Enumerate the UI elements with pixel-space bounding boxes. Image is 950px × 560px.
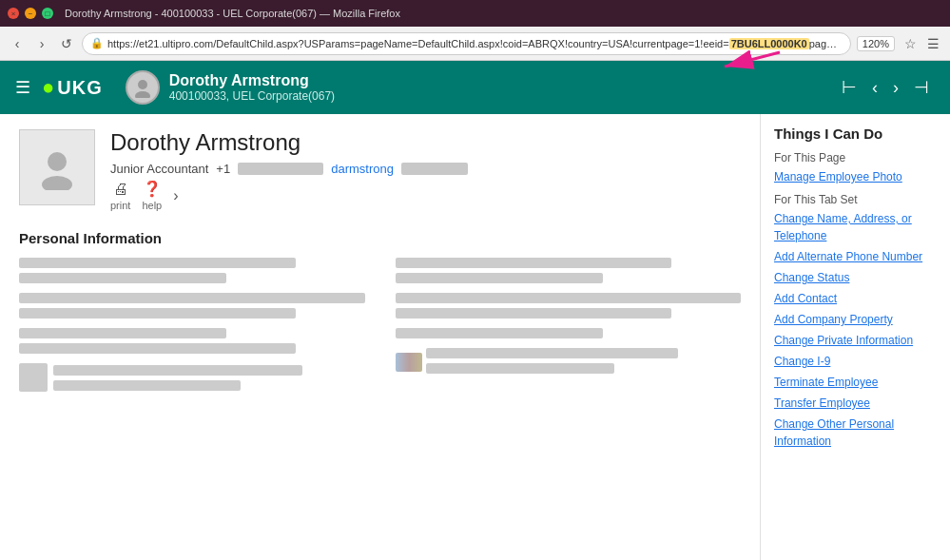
- blurred-img-4: [19, 363, 48, 392]
- email-text: darmstrong: [331, 162, 394, 176]
- profile-photo-icon: [34, 145, 80, 190]
- star-icon[interactable]: ☆: [901, 34, 920, 53]
- print-label: print: [110, 200, 130, 211]
- info-field-6: [396, 293, 742, 320]
- nav-first-button[interactable]: ⊢: [836, 73, 863, 102]
- help-action[interactable]: ❓ help: [142, 180, 162, 211]
- right-sidebar: Things I Can Do For This Page Manage Emp…: [760, 114, 950, 560]
- change-private-information-link[interactable]: Change Private Information: [774, 332, 937, 349]
- manage-employee-photo-link[interactable]: Manage Employee Photo: [774, 168, 937, 185]
- blurred-field-3b: [19, 343, 296, 354]
- personal-info-title: Personal Information: [19, 230, 741, 246]
- add-contact-link[interactable]: Add Contact: [774, 290, 937, 307]
- lock-icon: 🔒: [90, 37, 104, 49]
- info-column-right: [396, 258, 742, 394]
- profile-contact: Junior Accountant +1 darmstrong: [110, 162, 741, 176]
- blurred-field-1a: [19, 258, 296, 268]
- phone-prefix: +1: [216, 162, 230, 176]
- transfer-employee-link[interactable]: Transfer Employee: [774, 395, 937, 412]
- blurred-field-7a: [396, 328, 603, 338]
- employee-info: Dorothy Armstrong 400100033, UEL Corpora…: [126, 70, 335, 105]
- svg-point-4: [48, 152, 67, 171]
- close-button[interactable]: ×: [8, 8, 19, 19]
- toolbar-icons: ☆ ☰: [901, 34, 942, 53]
- browser-titlebar: × − □ Dorothy Armstrong - 400100033 - UE…: [0, 0, 950, 27]
- for-this-tab-set-label: For This Tab Set: [774, 193, 937, 206]
- for-this-page-label: For This Page: [774, 151, 937, 164]
- sidebar-heading: Things I Can Do: [774, 126, 937, 142]
- hamburger-icon[interactable]: ☰: [15, 77, 30, 98]
- print-action[interactable]: 🖨 print: [110, 181, 130, 211]
- blurred-field-4b: [53, 380, 241, 391]
- info-field-4: [19, 363, 365, 394]
- change-other-personal-link[interactable]: Change Other Personal Information: [774, 415, 937, 450]
- blurred-img-flag: [396, 353, 422, 372]
- profile-header: Dorothy Armstrong Junior Accountant +1 d…: [19, 129, 741, 211]
- change-i9-link[interactable]: Change I-9: [774, 353, 937, 370]
- blurred-field-6b: [396, 308, 672, 319]
- nav-prev-button[interactable]: ‹: [866, 74, 883, 102]
- blurred-field-2a: [19, 293, 365, 303]
- blurred-field-3a: [19, 328, 226, 338]
- change-status-link[interactable]: Change Status: [774, 269, 937, 286]
- url-suffix: pagecount=1!p: [809, 38, 843, 49]
- nav-last-button[interactable]: ⊣: [908, 73, 935, 102]
- email-link[interactable]: darmstrong: [331, 162, 394, 176]
- blurred-field-5b: [396, 273, 603, 283]
- window-controls[interactable]: × − □: [8, 8, 53, 19]
- blurred-field-8b: [426, 363, 615, 374]
- profile-actions: 🖨 print ❓ help ›: [110, 180, 741, 211]
- profile-details: Dorothy Armstrong Junior Accountant +1 d…: [110, 129, 741, 211]
- blurred-field-5a: [396, 258, 672, 268]
- svg-point-3: [135, 91, 150, 98]
- address-bar[interactable]: 🔒 https://et21.ultipro.com/DefaultChild.…: [82, 32, 851, 55]
- forward-button[interactable]: ›: [32, 34, 51, 53]
- svg-point-5: [42, 176, 72, 190]
- add-company-property-link[interactable]: Add Company Property: [774, 311, 937, 328]
- job-title: Junior Accountant: [110, 162, 208, 176]
- info-field-2: [19, 293, 365, 320]
- blurred-field-6a: [396, 293, 742, 303]
- blurred-field-8a: [426, 348, 678, 358]
- browser-toolbar: ‹ › ↺ 🔒 https://et21.ultipro.com/Default…: [0, 27, 950, 61]
- profile-name: Dorothy Armstrong: [110, 129, 741, 156]
- url-text: https://et21.ultipro.com/DefaultChild.as…: [107, 38, 843, 49]
- employee-header-details: Dorothy Armstrong 400100033, UEL Corpora…: [169, 72, 335, 103]
- info-field-7: [396, 328, 742, 340]
- ukg-dot: ●: [42, 75, 55, 100]
- profile-section: Dorothy Armstrong Junior Accountant +1 d…: [0, 114, 760, 560]
- back-button[interactable]: ‹: [8, 34, 27, 53]
- blurred-field-4a: [53, 365, 302, 376]
- minimize-button[interactable]: −: [25, 8, 36, 19]
- help-label: help: [142, 200, 162, 211]
- main-content: Dorothy Armstrong Junior Accountant +1 d…: [0, 114, 950, 560]
- phone-number-blurred: [238, 163, 323, 175]
- app-header: ☰ ● UKG Dorothy Armstrong 400100033, UEL…: [0, 61, 950, 114]
- personal-info-section: Personal Information: [19, 230, 741, 394]
- url-highlight: 7BU6LL0000K0: [729, 38, 809, 49]
- menu-icon[interactable]: ☰: [923, 34, 942, 53]
- print-icon: 🖨: [113, 181, 128, 198]
- terminate-employee-link[interactable]: Terminate Employee: [774, 374, 937, 391]
- reload-button[interactable]: ↺: [57, 34, 76, 53]
- add-alternate-phone-link[interactable]: Add Alternate Phone Number: [774, 248, 937, 265]
- info-field-1: [19, 258, 365, 285]
- browser-title: Dorothy Armstrong - 400100033 - UEL Corp…: [65, 8, 400, 19]
- employee-header-id: 400100033, UEL Corporate(067): [169, 89, 335, 103]
- avatar: [126, 70, 160, 105]
- info-field-5: [396, 258, 742, 285]
- blurred-field-1b: [19, 273, 226, 283]
- maximize-button[interactable]: □: [42, 8, 53, 19]
- help-icon: ❓: [143, 180, 162, 198]
- nav-next-button[interactable]: ›: [887, 74, 904, 102]
- ukg-logo: ● UKG: [42, 75, 103, 100]
- info-field-3: [19, 328, 365, 356]
- info-column-left: [19, 258, 365, 394]
- url-prefix: https://et21.ultipro.com/DefaultChild.as…: [107, 38, 729, 49]
- personal-info-grid: [19, 258, 741, 394]
- more-options-button[interactable]: ›: [173, 187, 178, 204]
- header-nav: ⊢ ‹ › ⊣: [836, 73, 935, 102]
- zoom-level[interactable]: 120%: [857, 36, 895, 51]
- info-field-8: [396, 348, 742, 376]
- change-name-address-link[interactable]: Change Name, Address, or Telephone: [774, 210, 937, 244]
